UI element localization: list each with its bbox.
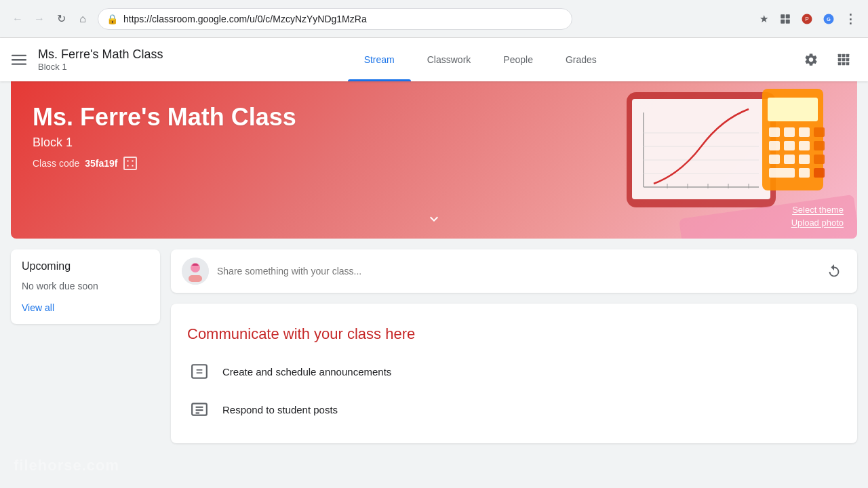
svg-rect-12 xyxy=(842,54,846,58)
communicate-card: Communicate with your class here Create … xyxy=(171,304,857,443)
stream-main: Communicate with your class here Create … xyxy=(171,249,857,443)
class-title: Ms. Ferre's Math Class xyxy=(38,47,163,62)
tab-stream-label: Stream xyxy=(364,54,395,65)
browser-nav-buttons: ← → ↻ ⌂ xyxy=(8,9,92,28)
select-theme-link[interactable]: Select theme xyxy=(792,205,844,215)
student-posts-text: Respond to student posts xyxy=(222,404,338,415)
svg-rect-3 xyxy=(786,19,790,23)
bookmark-button[interactable]: ★ xyxy=(754,9,773,28)
share-input[interactable] xyxy=(217,266,814,277)
svg-rect-53 xyxy=(189,275,202,282)
back-button[interactable]: ← xyxy=(8,9,27,28)
hero-title: Ms. Ferre's Math Class xyxy=(33,103,835,131)
home-button[interactable]: ⌂ xyxy=(73,9,92,28)
svg-rect-19 xyxy=(846,62,850,66)
svg-rect-10 xyxy=(12,64,26,65)
body-layout: Upcoming No work due soon View all xyxy=(0,239,868,454)
settings-button[interactable] xyxy=(797,46,825,73)
svg-rect-17 xyxy=(838,62,842,66)
svg-rect-13 xyxy=(846,54,850,58)
forward-button[interactable]: → xyxy=(30,9,49,28)
hero-subtitle: Block 1 xyxy=(33,136,835,150)
extension-button-3[interactable]: G xyxy=(819,9,838,28)
svg-text:G: G xyxy=(827,16,831,22)
url-text: https://classroom.google.com/u/0/c/MzcyN… xyxy=(123,14,564,24)
upcoming-empty-text: No work due soon xyxy=(22,281,149,291)
browser-chrome: ← → ↻ ⌂ 🔒 https://classroom.google.com/u… xyxy=(0,0,868,38)
extension-button-1[interactable] xyxy=(776,9,795,28)
hero-chevron[interactable] xyxy=(426,211,442,230)
tab-classwork[interactable]: Classwork xyxy=(411,38,488,81)
svg-rect-11 xyxy=(838,54,842,58)
tab-people-label: People xyxy=(503,54,533,65)
header-nav: Stream Classwork People Grades xyxy=(163,38,797,81)
share-box xyxy=(171,249,857,293)
list-item: Respond to student posts xyxy=(187,397,841,422)
extension-button-2[interactable]: P xyxy=(797,9,816,28)
apps-button[interactable] xyxy=(830,46,857,73)
header-left: Ms. Ferre's Math Class Block 1 xyxy=(0,46,163,73)
svg-rect-18 xyxy=(842,62,846,66)
header-right xyxy=(797,46,868,73)
communicate-items-list: Create and schedule announcements Respon… xyxy=(187,359,841,422)
svg-rect-0 xyxy=(781,14,785,18)
svg-rect-14 xyxy=(838,58,842,62)
announcements-icon xyxy=(187,359,212,384)
hero-content: Ms. Ferre's Math Class Block 1 Class cod… xyxy=(11,81,857,192)
announcements-text: Create and schedule announcements xyxy=(222,366,391,378)
lock-icon: 🔒 xyxy=(106,14,118,24)
tab-classwork-label: Classwork xyxy=(427,54,471,65)
hero-class-code: Class code 35fa19f xyxy=(33,157,835,170)
svg-text:P: P xyxy=(805,16,809,22)
communicate-title: Communicate with your class here xyxy=(187,325,841,343)
reload-button[interactable]: ↻ xyxy=(52,9,71,28)
tab-people[interactable]: People xyxy=(487,38,549,81)
hero-actions: Select theme Upload photo xyxy=(791,205,844,228)
class-title-block: Ms. Ferre's Math Class Block 1 xyxy=(38,47,163,73)
tab-grades[interactable]: Grades xyxy=(549,38,613,81)
browser-actions: ★ P G ⋮ xyxy=(754,9,860,28)
svg-rect-16 xyxy=(846,58,850,62)
student-posts-icon xyxy=(187,397,212,422)
svg-rect-9 xyxy=(12,59,26,60)
more-button[interactable]: ⋮ xyxy=(841,9,860,28)
svg-rect-15 xyxy=(842,58,846,62)
repost-button[interactable] xyxy=(822,259,846,283)
user-avatar xyxy=(182,258,209,285)
upcoming-card: Upcoming No work due soon View all xyxy=(11,249,160,324)
hero-banner: Ms. Ferre's Math Class Block 1 Class cod… xyxy=(11,81,857,239)
list-item: Create and schedule announcements xyxy=(187,359,841,384)
tab-grades-label: Grades xyxy=(566,54,597,65)
svg-rect-8 xyxy=(12,55,26,56)
main-content: Ms. Ferre's Math Class Block 1 Class cod… xyxy=(0,81,868,488)
sidebar: Upcoming No work due soon View all xyxy=(11,249,160,324)
hamburger-menu-button[interactable] xyxy=(5,46,33,73)
view-all-link[interactable]: View all xyxy=(22,302,149,313)
class-subtitle: Block 1 xyxy=(38,62,163,72)
svg-rect-1 xyxy=(786,14,790,18)
address-bar[interactable]: 🔒 https://classroom.google.com/u/0/c/Mzc… xyxy=(98,8,572,30)
upload-photo-link[interactable]: Upload photo xyxy=(791,218,844,228)
hero-code-value: 35fa19f xyxy=(85,158,117,169)
expand-code-button[interactable] xyxy=(123,157,137,170)
app-header: Ms. Ferre's Math Class Block 1 Stream Cl… xyxy=(0,38,868,81)
svg-rect-54 xyxy=(192,365,207,378)
svg-rect-2 xyxy=(781,19,785,23)
upcoming-title: Upcoming xyxy=(22,260,149,272)
hero-code-label: Class code xyxy=(33,158,79,169)
tab-stream[interactable]: Stream xyxy=(348,38,411,81)
